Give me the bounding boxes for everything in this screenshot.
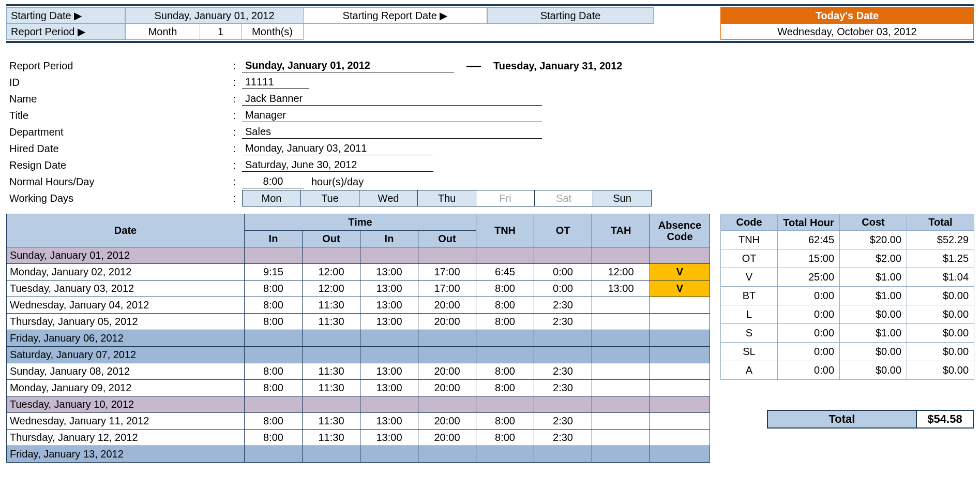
info-resign-value: Saturday, June 30, 2012 (242, 159, 433, 172)
todays-date-label: Today's Date (720, 7, 974, 24)
report-period-unit[interactable]: Month (125, 24, 200, 40)
info-name-value: Jack Banner (242, 93, 542, 106)
absence-cell[interactable] (650, 413, 710, 430)
info-working-days-label: Working Days (9, 193, 227, 204)
working-day-sat[interactable]: Sat (534, 190, 593, 206)
report-period-start: Sunday, January 01, 2012 (242, 60, 454, 72)
working-day-mon[interactable]: Mon (242, 190, 301, 206)
info-colon: : (227, 60, 242, 72)
info-id-value: 11111 (242, 76, 309, 89)
absence-cell[interactable] (650, 314, 710, 330)
absence-cell[interactable]: V (650, 264, 710, 280)
info-department-label: Department (9, 126, 227, 138)
absence-cell[interactable] (650, 347, 710, 363)
table-row: Monday, January 09, 20128:0011:3013:0020… (7, 380, 710, 396)
report-period-suffix: Month(s) (242, 24, 304, 40)
th-tah: TAH (592, 214, 650, 247)
timesheet-table: Date Time TNH OT TAH Absence Code In Out… (6, 214, 710, 463)
starting-report-value[interactable]: Starting Date (487, 7, 654, 24)
table-row: Friday, January 06, 2012 (7, 330, 710, 347)
th-cost: Cost (840, 214, 907, 231)
starting-date-label[interactable]: Starting Date ▶ (6, 7, 125, 24)
th-in2: In (360, 231, 418, 247)
table-row: Friday, January 13, 2012 (7, 446, 710, 463)
th-time: Time (245, 214, 476, 231)
info-resign-label: Resign Date (9, 159, 227, 171)
starting-date-value[interactable]: Sunday, January 01, 2012 (125, 7, 304, 24)
starting-report-label: Starting Report Date ▶ (304, 7, 487, 24)
th-code: Code (721, 214, 778, 231)
info-hired-value: Monday, January 03, 2011 (242, 142, 433, 155)
info-title-label: Title (9, 110, 227, 122)
th-out2: Out (418, 231, 476, 247)
table-row: Sunday, January 01, 2012 (7, 247, 710, 264)
table-row: Wednesday, January 11, 20128:0011:3013:0… (7, 413, 710, 430)
table-row: Thursday, January 12, 20128:0011:3013:00… (7, 430, 710, 446)
info-id-label: ID (9, 77, 227, 88)
summary-table: Code Total Hour Cost Total TNH62:45$20.0… (720, 214, 974, 363)
table-row: Thursday, January 05, 20128:0011:3013:00… (7, 314, 710, 330)
info-normal-hours-label: Normal Hours/Day (9, 176, 227, 188)
working-day-sun[interactable]: Sun (593, 190, 652, 206)
summary-row: BT0:00$1.00$0.00 (721, 287, 974, 305)
table-row: Tuesday, January 10, 2012 (7, 396, 710, 413)
info-name-label: Name (9, 93, 227, 105)
th-tnh: TNH (476, 214, 534, 247)
absence-cell[interactable] (650, 247, 710, 264)
report-period-end: Tuesday, January 31, 2012 (493, 60, 622, 72)
dash-icon: — (466, 57, 481, 74)
summary-row: SL0:00$0.00$0.00 (721, 343, 974, 361)
absence-cell[interactable] (650, 396, 710, 413)
th-ot: OT (534, 214, 592, 247)
absence-cell[interactable] (650, 446, 710, 463)
info-report-period-label: Report Period (9, 60, 227, 72)
working-day-thu[interactable]: Thu (417, 190, 476, 206)
summary-row: TNH62:45$20.00$52.29 (721, 231, 974, 249)
absence-cell[interactable] (650, 363, 710, 380)
working-day-fri[interactable]: Fri (476, 190, 535, 206)
summary-row: S0:00$1.00$0.00 (721, 324, 974, 343)
th-date: Date (7, 214, 245, 247)
summary-row: V25:00$1.00$1.04 (721, 268, 974, 287)
grand-total-label: Total (767, 410, 917, 429)
absence-cell[interactable] (650, 380, 710, 396)
table-row: Tuesday, January 03, 20128:0012:0013:001… (7, 280, 710, 297)
info-title-value: Manager (242, 109, 542, 122)
info-department-value: Sales (242, 126, 542, 139)
info-normal-hours-suffix: hour(s)/day (311, 176, 364, 188)
info-normal-hours-value: 8:00 (242, 175, 304, 188)
th-total-hour: Total Hour (778, 214, 840, 231)
th-out1: Out (303, 231, 360, 247)
table-row: Saturday, January 07, 2012 (7, 347, 710, 363)
absence-cell[interactable]: V (650, 280, 710, 297)
th-total: Total (907, 214, 974, 231)
th-absence: Absence Code (650, 214, 710, 247)
absence-cell[interactable] (650, 330, 710, 347)
absence-cell[interactable] (650, 430, 710, 446)
summary-row: OT15:00$2.00$1.25 (721, 249, 974, 268)
th-in1: In (245, 231, 303, 247)
summary-row: L0:00$0.00$0.00 (721, 305, 974, 324)
working-day-tue[interactable]: Tue (300, 190, 359, 206)
todays-date-value: Wednesday, October 03, 2012 (720, 24, 974, 40)
working-day-wed[interactable]: Wed (359, 190, 418, 206)
summary-row: A0:00$0.00$0.00 (721, 361, 974, 380)
table-row: Wednesday, January 04, 20128:0011:3013:0… (7, 297, 710, 314)
grand-total-value: $54.58 (917, 410, 974, 429)
report-period-label[interactable]: Report Period ▶ (6, 24, 125, 40)
table-row: Sunday, January 08, 20128:0011:3013:0020… (7, 363, 710, 380)
absence-cell[interactable] (650, 297, 710, 314)
table-row: Monday, January 02, 20129:1512:0013:0017… (7, 264, 710, 280)
info-hired-label: Hired Date (9, 143, 227, 155)
report-period-count[interactable]: 1 (200, 24, 242, 40)
